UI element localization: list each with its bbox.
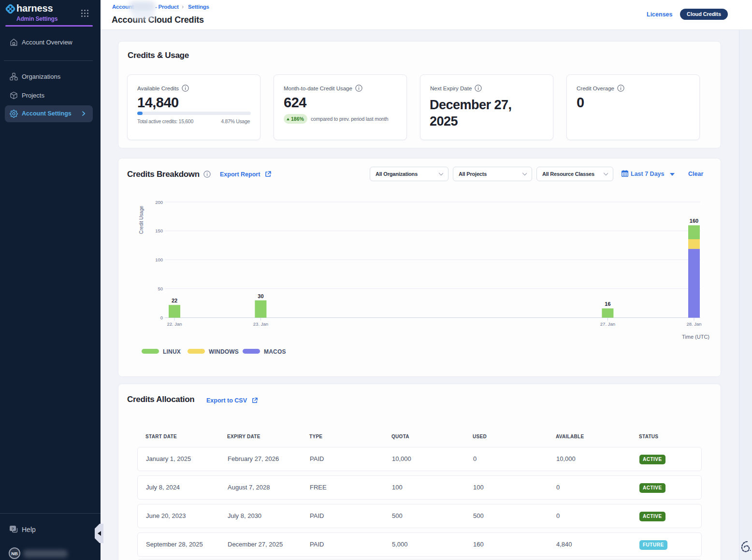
svg-text:200: 200 <box>155 200 163 205</box>
svg-text:?: ? <box>12 527 14 531</box>
svg-text:160: 160 <box>690 218 698 224</box>
svg-text:50: 50 <box>158 286 163 291</box>
svg-text:0: 0 <box>160 315 163 320</box>
svg-text:30: 30 <box>258 293 263 299</box>
svg-text:22. Jan: 22. Jan <box>167 321 182 327</box>
svg-text:16: 16 <box>605 301 610 307</box>
svg-text:150: 150 <box>155 228 163 233</box>
svg-text:22: 22 <box>172 298 177 303</box>
svg-text:Time (UTC): Time (UTC) <box>682 334 709 340</box>
svg-text:100: 100 <box>155 257 163 262</box>
svg-text:23. Jan: 23. Jan <box>253 321 268 327</box>
svg-text:28. Jan: 28. Jan <box>686 321 701 327</box>
svg-text:Credit Usage: Credit Usage <box>139 205 144 234</box>
svg-text:27. Jan: 27. Jan <box>600 321 615 327</box>
